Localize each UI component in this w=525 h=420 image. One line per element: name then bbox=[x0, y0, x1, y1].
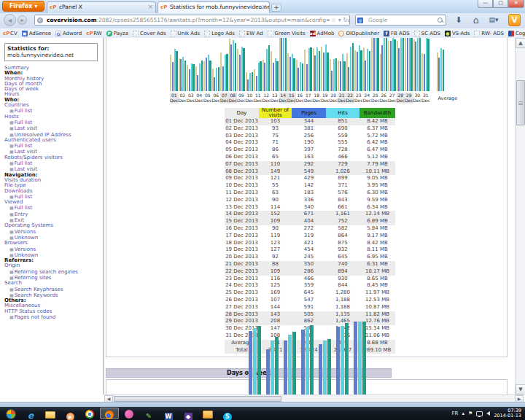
bookmark-label: FB ADS bbox=[391, 31, 410, 36]
tab-close-icon[interactable]: × bbox=[261, 3, 267, 10]
table-cell: 92 bbox=[259, 254, 292, 261]
vertical-scroll-thumb[interactable] bbox=[516, 80, 525, 125]
taskbar-app-picture-manager[interactable] bbox=[198, 408, 217, 419]
bookmark-item[interactable]: RW- ADS bbox=[474, 31, 504, 36]
menu-item-full-list[interactable]: ▦Full list bbox=[4, 205, 102, 211]
menu-item-pages-not-found[interactable]: ▦Pages not found bbox=[4, 314, 102, 320]
taskbar-app-windows-explorer[interactable] bbox=[41, 408, 60, 419]
taskbar-app-office-app[interactable]: ◆ bbox=[179, 408, 198, 419]
bookmarks-panel-icon[interactable]: ▤▾ bbox=[487, 14, 500, 26]
firefox-menu-button[interactable]: Firefox ▾ bbox=[2, 1, 44, 12]
taskbar-app-start-orb[interactable] bbox=[1, 408, 20, 419]
network-icon[interactable] bbox=[476, 411, 483, 416]
reload-icon[interactable]: ↻ bbox=[343, 17, 348, 23]
bookmark-item[interactable]: Logo Ads bbox=[204, 31, 235, 36]
scroll-up-button[interactable]: ▲ bbox=[516, 38, 525, 48]
bookmark-item[interactable]: fFB ADS bbox=[384, 31, 410, 36]
search-box[interactable]: g Google bbox=[355, 15, 446, 26]
menu-item-browsers[interactable]: Browsers bbox=[4, 241, 102, 246]
menu-item-versions[interactable]: ▦Versions bbox=[4, 246, 102, 252]
table-cell: 183 bbox=[292, 190, 326, 197]
taskbar-app-word[interactable]: W bbox=[159, 408, 178, 419]
taskbar-app-paint[interactable] bbox=[120, 408, 139, 419]
menu-item-hosts[interactable]: Hosts bbox=[4, 114, 102, 120]
menu-item-operating-systems[interactable]: Operating Systems bbox=[4, 223, 102, 228]
vertical-scrollbar[interactable]: ▲ ▼ bbox=[515, 38, 525, 394]
menu-item-search-keyphrases[interactable]: ▦Search Keyphrases bbox=[4, 287, 102, 292]
bookmark-item[interactable]: Unik Ads bbox=[171, 31, 201, 36]
table-row: 17 Dec 20131193198649.17 MB bbox=[225, 233, 395, 240]
action-center-flag-icon[interactable]: ⚑ bbox=[468, 411, 472, 416]
bandwidth-bar bbox=[260, 61, 261, 91]
bookmark-item[interactable]: Cover Ads bbox=[133, 31, 166, 36]
horizontal-scroll-thumb[interactable] bbox=[114, 396, 281, 402]
bookmark-item[interactable]: GAdword bbox=[55, 31, 82, 36]
day-axis-label: 29Dec bbox=[405, 93, 413, 104]
menu-item-full-list[interactable]: ▦Full list bbox=[4, 108, 102, 114]
bookmark-star-icon[interactable]: ☆ bbox=[331, 17, 336, 23]
search-engine-icon[interactable]: g bbox=[357, 18, 363, 23]
menu-item-authenticated-users[interactable]: Authenticated users bbox=[4, 138, 102, 143]
bookmark-item[interactable]: adAdMob bbox=[310, 31, 335, 36]
taskbar-clock[interactable]: 07:39 2014-01-13 bbox=[494, 408, 521, 419]
pages-bar bbox=[266, 349, 270, 394]
bookmark-item[interactable]: ▣AdSense bbox=[22, 31, 51, 36]
menu-item-versions[interactable]: ▦Versions bbox=[4, 229, 102, 235]
tab-close-icon[interactable]: × bbox=[147, 3, 153, 10]
home-icon[interactable]: ⌂ bbox=[470, 14, 483, 26]
taskbar-app-skype[interactable]: S bbox=[218, 408, 237, 419]
bookmark-item[interactable]: SC ADS bbox=[414, 31, 440, 36]
bookmark-item[interactable]: Green Visits bbox=[268, 31, 306, 36]
taskbar-app-media-player[interactable]: ▶ bbox=[61, 408, 79, 419]
table-icon: ▦ bbox=[9, 217, 14, 222]
url-bar[interactable]: covervision.com:2082/cpsess2585655176/aw… bbox=[34, 15, 350, 26]
taskbar-app-notes[interactable]: ✎ bbox=[139, 408, 158, 419]
scroll-down-button[interactable]: ▼ bbox=[516, 384, 525, 394]
browser-tab[interactable]: cPcPanel X× bbox=[47, 1, 156, 13]
window-close-button[interactable]: ✕ bbox=[508, 0, 524, 8]
taskbar-app-chrome[interactable] bbox=[80, 408, 99, 419]
menu-item-full-list[interactable]: ▦Full list bbox=[4, 120, 102, 125]
table-row: 21 Dec 2013883507406.31 MB bbox=[225, 261, 395, 268]
addon-v-icon[interactable]: V bbox=[508, 14, 521, 26]
urlbar-dropdown-icon[interactable]: ▾ bbox=[338, 17, 341, 23]
back-button[interactable]: ◂ bbox=[4, 14, 16, 26]
volume-icon[interactable] bbox=[486, 411, 490, 416]
search-magnifier-icon[interactable] bbox=[438, 18, 443, 23]
hidden-icons-arrow-icon[interactable]: ▴ bbox=[462, 411, 464, 416]
taskbar-app-internet-explorer[interactable]: e bbox=[21, 408, 40, 419]
table-cell: 121 bbox=[259, 175, 292, 182]
menu-item-viewed[interactable]: Viewed bbox=[4, 200, 102, 205]
menu-item-referring-search-engines[interactable]: ▦Referring search engines bbox=[4, 269, 102, 275]
day-bar-group bbox=[254, 61, 262, 91]
menu-item-countries[interactable]: Countries bbox=[4, 103, 102, 108]
language-indicator[interactable]: FR bbox=[452, 411, 459, 416]
browser-tab[interactable]: cPStatistics for mob.funnyvinevideo.net.… bbox=[158, 1, 270, 13]
menu-item-full-list[interactable]: ▦Full list bbox=[4, 143, 102, 149]
new-tab-button[interactable]: + bbox=[271, 4, 281, 12]
window-maximize-button[interactable]: ▢ bbox=[493, 0, 508, 8]
menu-item-robots-spiders-visitors[interactable]: Robots/Spiders visitors bbox=[4, 155, 102, 160]
menu-item-last-visit[interactable]: ▦Last visit bbox=[4, 125, 102, 131]
taskbar-app-firefox[interactable] bbox=[100, 408, 119, 419]
bookmark-item[interactable]: cPRW bbox=[86, 31, 102, 36]
window-minimize-button[interactable]: — bbox=[478, 0, 493, 8]
menu-item-origin[interactable]: Origin bbox=[4, 263, 102, 268]
bookmark-item[interactable]: ◠OIOpublisher bbox=[338, 31, 379, 36]
bookmark-item[interactable]: PPayza bbox=[106, 31, 128, 36]
horizontal-scrollbar[interactable]: ◀ ▶ bbox=[104, 394, 524, 402]
forward-button[interactable]: ▸ bbox=[18, 15, 27, 25]
bookmark-item[interactable]: ●VS-Ads bbox=[445, 31, 470, 36]
menu-item-entry[interactable]: ▦Entry bbox=[4, 211, 102, 217]
downloads-icon[interactable]: ⬇ bbox=[452, 14, 465, 26]
menu-item-downloads[interactable]: Downloads bbox=[4, 189, 102, 194]
menu-item-full-list[interactable]: ▦Full list bbox=[4, 160, 102, 166]
menu-item-search[interactable]: Search bbox=[4, 281, 102, 286]
table-cell: 119 bbox=[259, 233, 292, 240]
bookmark-item[interactable]: EW Ad bbox=[239, 31, 263, 36]
statistics-for-label: Statistics for: bbox=[7, 45, 95, 52]
bookmark-item[interactable]: cPCV bbox=[3, 31, 18, 36]
menu-item-http-status-codes[interactable]: HTTP Status codes bbox=[4, 309, 102, 314]
tab-title: cPanel X bbox=[59, 4, 82, 10]
bookmark-item[interactable]: Cogeco bbox=[508, 31, 525, 36]
